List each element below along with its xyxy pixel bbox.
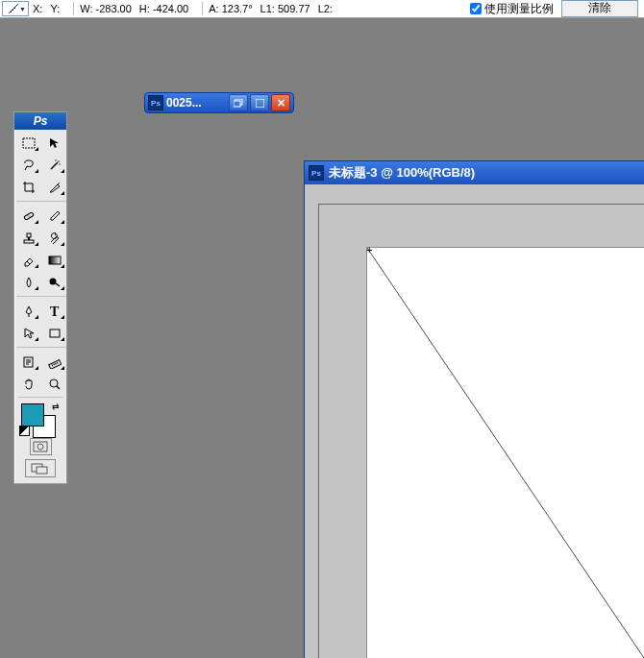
x-label: X:: [33, 3, 42, 14]
crop-tool[interactable]: [16, 177, 40, 197]
eyedropper-tool[interactable]: [42, 352, 66, 372]
svg-line-19: [56, 283, 60, 286]
path-select-tool[interactable]: [16, 323, 40, 343]
clear-button[interactable]: 清除: [561, 0, 638, 17]
history-brush-tool[interactable]: [42, 228, 66, 248]
svg-line-27: [51, 364, 52, 366]
mini-window-title: 0025...: [166, 96, 227, 110]
wand-icon: [48, 158, 62, 172]
svg-rect-39: [256, 99, 264, 108]
a-value: 123.7°: [222, 3, 253, 14]
close-button[interactable]: ✕: [271, 94, 290, 111]
ruler-icon: [8, 3, 19, 14]
maximize-button[interactable]: [250, 94, 269, 111]
svg-line-32: [57, 386, 60, 389]
heal-tool[interactable]: [16, 206, 40, 226]
measure-tool-combo[interactable]: ▼: [2, 1, 29, 16]
document-title: 未标题-3 @ 100%(RGB/8): [329, 164, 475, 182]
brush-tool[interactable]: [42, 206, 66, 226]
restore-button[interactable]: [229, 94, 248, 111]
quickmask-off[interactable]: [30, 438, 52, 455]
screen-icon: [30, 462, 51, 475]
marquee-icon: [22, 137, 36, 149]
default-colors-icon[interactable]: [19, 426, 30, 436]
eraser-icon: [22, 254, 36, 267]
svg-line-2: [12, 10, 13, 11]
hand-tool[interactable]: [16, 374, 40, 394]
bandage-icon: [22, 209, 36, 223]
svg-line-9: [58, 183, 60, 184]
l2-label: L2:: [318, 3, 333, 14]
pen-tool[interactable]: [16, 301, 40, 321]
palette-titlebar[interactable]: Ps: [14, 112, 66, 130]
svg-point-8: [59, 163, 60, 164]
svg-rect-15: [24, 240, 34, 243]
move-icon: [48, 136, 62, 150]
svg-line-40: [367, 248, 644, 658]
svg-line-16: [27, 261, 30, 264]
ruler-tool-icon: [48, 355, 62, 369]
dodge-tool[interactable]: [42, 272, 66, 292]
ps-icon: Ps: [309, 165, 324, 181]
type-tool[interactable]: T: [42, 301, 66, 321]
use-scale-checkbox[interactable]: 使用测量比例: [470, 1, 554, 17]
slice-tool[interactable]: [42, 177, 66, 197]
move-tool[interactable]: [42, 133, 66, 153]
w-value: -283.00: [96, 3, 132, 14]
brush-icon: [48, 209, 62, 223]
close-icon: ✕: [277, 97, 285, 110]
canvas[interactable]: +: [367, 248, 644, 658]
use-scale-label: 使用测量比例: [484, 1, 554, 17]
notes-tool[interactable]: [16, 352, 40, 372]
color-swatches[interactable]: ⇄: [19, 402, 62, 436]
l1-label: L1:: [260, 3, 275, 14]
shape-tool[interactable]: [42, 323, 66, 343]
svg-text:T: T: [50, 305, 60, 318]
l1-value: 509.77: [278, 3, 310, 14]
fg-color[interactable]: [21, 403, 44, 426]
svg-line-0: [9, 4, 18, 13]
swap-colors-icon[interactable]: ⇄: [52, 402, 60, 411]
eraser-tool[interactable]: [16, 250, 40, 270]
crop-icon: [22, 181, 36, 194]
zoom-tool[interactable]: [42, 374, 66, 394]
minimized-window[interactable]: Ps 0025... ✕: [144, 92, 294, 113]
y-label: Y:: [50, 3, 60, 14]
lasso-tool[interactable]: [16, 155, 40, 175]
stamp-tool[interactable]: [16, 228, 40, 248]
svg-point-18: [49, 278, 56, 284]
svg-rect-10: [23, 211, 34, 219]
wand-tool[interactable]: [42, 155, 66, 175]
screen-mode[interactable]: [25, 459, 56, 477]
gradient-icon: [48, 255, 62, 266]
divider: [202, 2, 203, 15]
mask-off-icon: [33, 441, 48, 452]
hand-icon: [22, 378, 36, 391]
h-label: H:: [139, 3, 150, 14]
a-label: A:: [209, 3, 218, 14]
svg-line-3: [14, 8, 15, 9]
divider: [73, 2, 74, 15]
svg-rect-17: [49, 256, 61, 264]
blur-tool[interactable]: [16, 272, 40, 292]
palette-title: Ps: [34, 114, 48, 128]
w-label: W:: [80, 3, 92, 14]
rect-icon: [48, 328, 62, 339]
marquee-tool[interactable]: [16, 133, 40, 153]
document-window: Ps 未标题-3 @ 100%(RGB/8) +: [304, 160, 644, 658]
use-scale-input[interactable]: [470, 3, 482, 14]
svg-line-28: [53, 363, 54, 365]
svg-line-1: [11, 12, 12, 12]
svg-rect-4: [23, 138, 35, 148]
svg-point-12: [29, 215, 30, 216]
gradient-tool[interactable]: [42, 250, 66, 270]
svg-point-7: [55, 159, 56, 160]
pen-icon: [22, 305, 36, 318]
history-brush-icon: [48, 232, 62, 245]
document-titlebar[interactable]: Ps 未标题-3 @ 100%(RGB/8): [305, 161, 644, 184]
svg-point-6: [58, 160, 59, 161]
svg-point-31: [50, 379, 58, 387]
svg-rect-13: [27, 233, 31, 237]
tool-palette: Ps: [13, 111, 67, 484]
dodge-icon: [48, 276, 62, 289]
